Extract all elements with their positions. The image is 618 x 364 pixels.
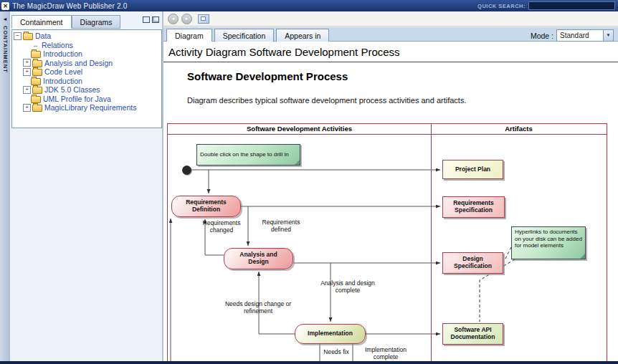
title-bar: ✕ The MagicDraw Web Publisher 2.0 QUICK … <box>0 0 618 11</box>
edge-label-needs-design-change: Needs design change or refinement <box>224 301 293 315</box>
tree-item-relations[interactable]: ↔ Relations <box>14 41 161 50</box>
folder-icon <box>23 33 33 40</box>
tree-item-label: JDK 5.0 Classes <box>44 85 100 94</box>
diagram-description: Diagram describes typical software devel… <box>187 96 466 105</box>
main-panel: ◄ ► Diagram Specification Appears in Mod… <box>163 11 618 364</box>
back-button[interactable]: ◄ <box>168 14 179 24</box>
folder-icon <box>32 105 42 112</box>
quick-search-label: QUICK SEARCH: <box>477 3 526 9</box>
collapse-sidebar-icon[interactable]: ◄ <box>0 11 10 21</box>
activity-requirements-definition[interactable]: Requirements Definition <box>171 196 241 217</box>
artifact-project-plan[interactable]: Project Plan <box>442 160 503 179</box>
edge-label-analysis-complete: Analysis and design complete <box>318 280 377 294</box>
lane-header-activities: Software Development Activities <box>168 124 431 135</box>
containment-strip: ◄ CONTAINMENT <box>0 11 11 364</box>
note-hyperlinks: Hyperlinks to documents on your disk can… <box>511 226 586 259</box>
tree-item-label: Code Level <box>44 67 82 76</box>
folder-icon <box>31 51 41 58</box>
mode-label: Mode : <box>531 32 553 40</box>
activity-analysis-and-design[interactable]: Analysis and Design <box>224 248 293 269</box>
artifact-software-api-documentation[interactable]: Software API Documentation <box>442 323 503 345</box>
folder-icon <box>32 60 42 67</box>
tree-item-magiclibrary-requirements[interactable]: + MagicLibrary Requirements <box>14 103 161 112</box>
tab-appears-in[interactable]: Appears in <box>276 29 329 42</box>
content-area: Activity Diagram Software Development Pr… <box>163 42 618 364</box>
edge-label-implementation-complete: Implementation complete <box>357 347 414 361</box>
quick-search-area: QUICK SEARCH: <box>477 1 618 10</box>
expander-plus-icon[interactable]: + <box>23 59 31 67</box>
forward-button[interactable]: ► <box>181 14 192 24</box>
lane-header-artifacts: Artifacts <box>431 124 607 135</box>
edge-label-requirements-defined: Requirements defined <box>255 219 307 234</box>
quick-search-input[interactable] <box>528 1 615 10</box>
diagram-heading: Software Development Process <box>187 70 348 82</box>
sidebar-tabs: Containment Diagrams <box>11 15 120 29</box>
tab-specification[interactable]: Specification <box>214 29 275 42</box>
sidebar: Containment Diagrams − Data ↔ Relations … <box>10 11 162 364</box>
minimize-panel-icon[interactable] <box>143 16 150 23</box>
containment-tree: − Data ↔ Relations Introduction + Analys… <box>11 29 162 128</box>
tab-containment[interactable]: Containment <box>11 15 72 29</box>
tree-item-uml-profile[interactable]: UML Profile for Java <box>14 95 161 104</box>
mode-value: Standard <box>557 32 603 39</box>
note-drill-in: Double click on the shape to drill in <box>196 144 300 166</box>
title-divider <box>163 62 618 62</box>
tree-item-label: Introduction <box>43 77 82 85</box>
folder-icon <box>31 96 41 103</box>
tree-item-data[interactable]: − Data <box>14 32 161 41</box>
folder-icon <box>31 78 41 85</box>
mode-area: Mode : Standard ▼ <box>531 29 614 42</box>
app-title: The MagicDraw Web Publisher 2.0 <box>12 2 128 10</box>
page-title: Activity Diagram Software Development Pr… <box>168 46 400 58</box>
main-tabs: Diagram Specification Appears in <box>166 29 329 42</box>
tree-item-label: MagicLibrary Requirements <box>44 103 136 112</box>
tree-item-analysis-and-design[interactable]: + Analysis and Design <box>14 59 161 68</box>
mode-select[interactable]: Standard ▼ <box>556 29 614 42</box>
permalink-icon[interactable] <box>198 14 209 24</box>
lane-divider <box>431 124 432 364</box>
tree-item-introduction-1[interactable]: Introduction <box>14 49 161 59</box>
main-toolbar: ◄ ► <box>163 11 618 27</box>
magicdraw-logo-icon: ✕ <box>1 2 9 10</box>
activity-diagram: Software Development Activities Artifact… <box>167 123 607 364</box>
expander-plus-icon[interactable]: + <box>23 104 31 112</box>
tree-item-introduction-2[interactable]: Introduction <box>14 77 161 86</box>
activity-implementation[interactable]: Implementation <box>295 324 366 344</box>
expander-plus-icon[interactable]: + <box>23 86 31 94</box>
tree-item-jdk-classes[interactable]: + JDK 5.0 Classes <box>14 85 161 95</box>
edge-label-needs-fix: Needs fix <box>321 349 351 356</box>
sidebar-window-icons <box>143 16 159 23</box>
edge-label-requirements-changed: Requirements changed <box>198 220 245 234</box>
tree-item-code-level[interactable]: + Code Level <box>14 67 161 77</box>
tree-item-label: Introduction <box>43 49 82 58</box>
main-tabbar: Diagram Specification Appears in Mode : … <box>163 27 618 42</box>
folder-icon <box>32 87 42 94</box>
expander-minus-icon[interactable]: − <box>14 32 22 40</box>
artifact-requirements-specification[interactable]: Requirements Specification <box>442 196 505 218</box>
chevron-down-icon[interactable]: ▼ <box>603 30 613 41</box>
relations-icon: ↔ <box>31 42 40 49</box>
window-bottom-border <box>0 361 618 364</box>
initial-node <box>182 166 191 175</box>
note-anchor-design-spec <box>505 247 511 260</box>
tree-item-label: UML Profile for Java <box>43 95 111 103</box>
containment-strip-label: CONTAINMENT <box>2 26 9 73</box>
expander-plus-icon[interactable]: + <box>23 68 31 76</box>
tree-item-label: Analysis and Design <box>44 59 113 67</box>
folder-icon <box>32 69 42 76</box>
tab-diagrams[interactable]: Diagrams <box>72 15 121 29</box>
artifact-design-specification[interactable]: Design Specification <box>442 252 503 274</box>
tree-item-label: Relations <box>42 41 73 49</box>
tree-item-label: Data <box>35 32 51 40</box>
float-panel-icon[interactable] <box>152 16 159 23</box>
app-window: ✕ The MagicDraw Web Publisher 2.0 QUICK … <box>0 0 618 364</box>
tab-diagram[interactable]: Diagram <box>166 29 212 42</box>
